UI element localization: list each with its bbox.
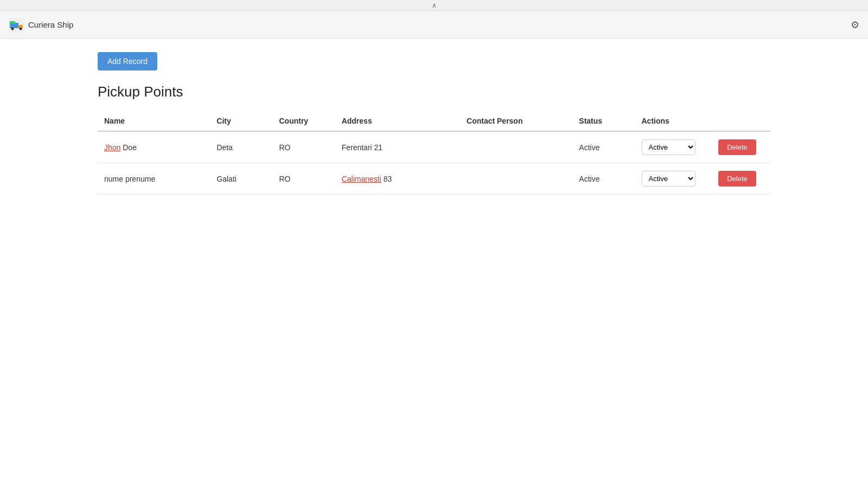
main-content: Add Record Pickup Points Name City Count…	[0, 39, 868, 208]
row2-delete-cell: Delete	[712, 163, 770, 195]
row2-address-suffix: 83	[381, 175, 392, 183]
col-header-address: Address	[335, 111, 460, 131]
row1-city: Deta	[210, 131, 272, 163]
row2-contact	[460, 163, 572, 195]
svg-point-4	[20, 27, 22, 30]
pickup-points-table: Name City Country Address Contact Person…	[98, 111, 770, 195]
row2-delete-button[interactable]: Delete	[718, 171, 756, 187]
row1-address: Ferentari 21	[335, 131, 460, 163]
row1-delete-button[interactable]: Delete	[718, 139, 756, 155]
table-row: nume prenume Galati RO Calimanesti 83 Ac…	[98, 163, 770, 195]
add-record-button[interactable]: Add Record	[98, 52, 157, 70]
col-header-contact: Contact Person	[460, 111, 572, 131]
row1-name: Jhon Doe	[98, 131, 210, 163]
settings-icon[interactable]: ⚙	[851, 19, 859, 31]
row1-status-select[interactable]: Active Inactive	[642, 139, 695, 155]
collapse-chevron-icon[interactable]: ∧	[432, 2, 437, 9]
svg-rect-5	[10, 21, 15, 24]
row2-address: Calimanesti 83	[335, 163, 460, 195]
page-title: Pickup Points	[98, 84, 770, 100]
row2-address-link[interactable]: Calimanesti	[342, 175, 381, 183]
table-row: Jhon Doe Deta RO Ferentari 21 Active Act…	[98, 131, 770, 163]
row2-name: nume prenume	[98, 163, 210, 195]
row2-status-select[interactable]: Active Inactive	[642, 171, 695, 187]
table-header: Name City Country Address Contact Person…	[98, 111, 770, 131]
col-header-actions: Actions	[635, 111, 712, 131]
col-header-city: City	[210, 111, 272, 131]
row2-status: Active	[572, 163, 635, 195]
app-title: Curiera Ship	[28, 20, 73, 29]
col-header-delete	[712, 111, 770, 131]
top-bar: ∧	[0, 0, 868, 11]
svg-point-3	[11, 27, 14, 30]
row1-delete-cell: Delete	[712, 131, 770, 163]
app-logo-icon	[9, 17, 24, 33]
header-bar: Curiera Ship ⚙	[0, 11, 868, 39]
col-header-country: Country	[272, 111, 335, 131]
row1-name-link[interactable]: Jhon	[104, 143, 120, 152]
row1-country: RO	[272, 131, 335, 163]
row1-name-rest: Doe	[120, 143, 137, 152]
col-header-name: Name	[98, 111, 210, 131]
app-logo-area: Curiera Ship	[9, 17, 73, 33]
table-container: Name City Country Address Contact Person…	[98, 111, 770, 195]
row2-country: RO	[272, 163, 335, 195]
row1-status: Active	[572, 131, 635, 163]
table-body: Jhon Doe Deta RO Ferentari 21 Active Act…	[98, 131, 770, 195]
col-header-status: Status	[572, 111, 635, 131]
row1-actions: Active Inactive	[635, 131, 712, 163]
row2-city: Galati	[210, 163, 272, 195]
row1-contact	[460, 131, 572, 163]
row2-actions: Active Inactive	[635, 163, 712, 195]
